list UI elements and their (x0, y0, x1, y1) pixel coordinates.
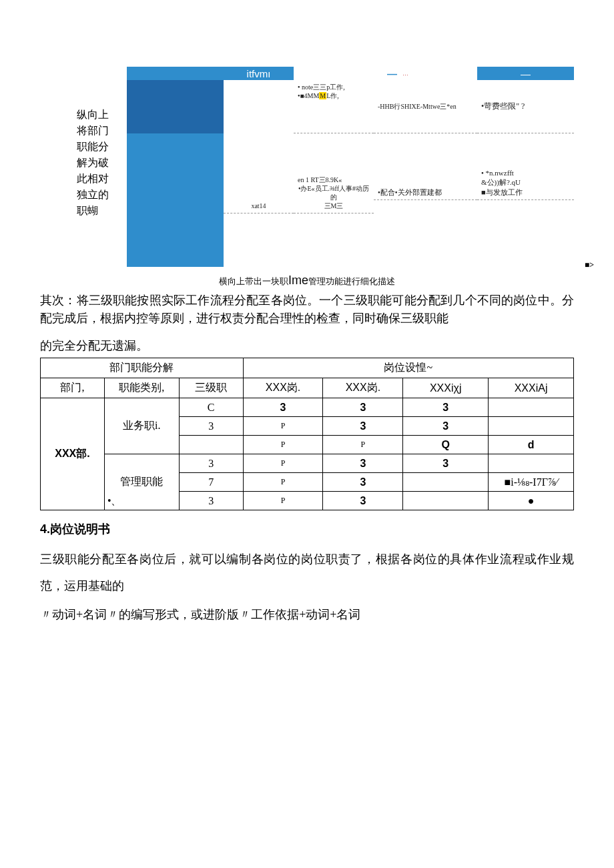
cell-c1-line2: •■4MMML作, (298, 91, 370, 100)
cell: 3 (403, 398, 489, 417)
table-row: XXX部. 业务职i. C 3 3 3 (41, 398, 574, 417)
function-decomposition-diagram: 纵向上将部门职能分解为破此相对独立的职蝴 itfvmı — … — • note… (80, 67, 574, 267)
cell-d2: •配合•关外部置建都 (374, 133, 477, 200)
cell-e2: • *n.nwzfft &公))解?.qU ■与发放工作 (477, 133, 574, 200)
cell: Q (403, 436, 489, 454)
cell: ■i-⅛₈-I7Γ⅞⁄ (489, 473, 574, 492)
diagram-header-c (294, 67, 374, 80)
diagram-header-b: itfvmı (224, 67, 294, 80)
position-allocation-table: 部门职能分解 岗位设惶~ 部门, 职能类别, 三级职 XXX岗. XXX岗. X… (40, 358, 574, 510)
diagram-header-d-dash: — (387, 68, 397, 79)
cell-dept: XXX部. (41, 398, 105, 510)
cell: 3 (323, 492, 403, 510)
cat-mgmt-label: 管理职能 (120, 476, 163, 487)
cell: C (179, 398, 243, 417)
cell-c1-mark: M (319, 92, 326, 99)
cell-c1-pre: •■4MM (298, 92, 319, 99)
cell-a3 (127, 213, 224, 267)
cell: 3 (243, 398, 323, 417)
cell: P (243, 492, 323, 510)
paragraph-3: 三级职能分配至各岗位后，就可以编制各岗位的岗位职责了，根据各岗位的具体作业流程或… (40, 546, 574, 599)
arrow-right-icon: ■> (585, 260, 594, 270)
cell: 3 (323, 417, 403, 436)
cell: P (243, 454, 323, 473)
cat-mgmt-sub: •、 (107, 494, 122, 508)
diagram-grid: itfvmı — … — • note三三p工作, •■4MMML作, -HHB… (127, 67, 574, 267)
cell (489, 417, 574, 436)
diagram-header-d: — … (374, 67, 477, 80)
cell: 3 (323, 398, 403, 417)
th-pos3: XXXiχj (403, 378, 489, 398)
cell: 7 (179, 473, 243, 492)
diagram-caption: 横向上带出一块职Ime管理功能进行细化描述 (40, 274, 574, 288)
cell: 3 (323, 454, 403, 473)
cell-c2: en 1 RT三8.9K« •办E«员工.⅜ff人事#动历的 三M三 (294, 133, 374, 213)
th-category: 职能类别, (104, 378, 179, 398)
cell-c1: • note三三p工作, •■4MMML作, (294, 80, 374, 133)
th-group-position: 岗位设惶~ (243, 358, 573, 378)
cell-cat-biz: 业务职i. (104, 398, 179, 454)
diagram-header-empty-a (127, 67, 224, 80)
caption-pre: 横向上带出一块职 (219, 276, 288, 286)
paragraph-4: 〃动词+名词〃的编写形式，或进阶版〃工作依据+动词+名词 (40, 602, 574, 628)
cell-d1: -HHB行SHIXE-Mttwe三*en (374, 80, 477, 133)
th-dept: 部门, (41, 378, 105, 398)
cell-c1-post: L作, (326, 92, 339, 99)
cell-a1 (127, 80, 224, 133)
cell (403, 473, 489, 492)
th-level3: 三级职 (179, 378, 243, 398)
diagram-side-label: 纵向上将部门职能分解为破此相对独立的职蝴 (77, 107, 117, 219)
th-pos1: XXX岗. (243, 378, 323, 398)
cell (179, 436, 243, 454)
cell: 3 (323, 473, 403, 492)
cell (489, 398, 574, 417)
cell-d3 (374, 200, 477, 213)
paragraph-1: 其次：将三级职能按照实际工作流程分配至各岗位。一个三级职能可能分配到几个不同的岗… (40, 292, 574, 328)
th-pos2: XXX岗. (323, 378, 403, 398)
cell: 3 (179, 492, 243, 510)
cell-e2-l2: &公))解?.qU (481, 177, 570, 187)
section-4-title: 4.岗位说明书 (40, 521, 574, 537)
cell: P (323, 436, 403, 454)
diagram-header-d-dots: … (402, 70, 408, 77)
cell-b2: xat14 (224, 133, 294, 213)
cell-c2-l3: 三M三 (298, 201, 370, 210)
cell: d (489, 436, 574, 454)
diagram-header-e: — (477, 67, 574, 80)
cell (489, 454, 574, 473)
cell-e2-l3: ■与发放工作 (481, 187, 570, 197)
cell: 3 (179, 417, 243, 436)
cell: P (243, 436, 323, 454)
table-row: 管理职能 •、 3 P 3 3 (41, 454, 574, 473)
cell-e1: •苛费些限" ? (477, 80, 574, 133)
th-group-decompose: 部门职能分解 (41, 358, 244, 378)
caption-mid: Ime (288, 274, 308, 287)
cell-e2-l1: • *n.nwzfft (481, 168, 570, 177)
cell: 3 (403, 454, 489, 473)
caption-post: 管理功能进行细化描述 (308, 276, 395, 286)
cell: P (243, 473, 323, 492)
cell-cat-mgmt: 管理职能 •、 (104, 454, 179, 510)
cell: 3 (403, 417, 489, 436)
cell (403, 492, 489, 510)
cell-a2 (127, 133, 224, 213)
paragraph-2: 的完全分配无遗漏。 (40, 337, 574, 355)
cell: 3 (179, 454, 243, 473)
th-pos4: XXXiAj (489, 378, 574, 398)
cell: ● (489, 492, 574, 510)
cell-c1-line1: • note三三p工作, (298, 83, 370, 91)
cell-b1 (224, 80, 294, 133)
cell-c2-l1: en 1 RT三8.9K« (298, 175, 370, 184)
cell-c2-l2: •办E«员工.⅜ff人事#动历的 (298, 184, 370, 201)
cell: P (243, 417, 323, 436)
